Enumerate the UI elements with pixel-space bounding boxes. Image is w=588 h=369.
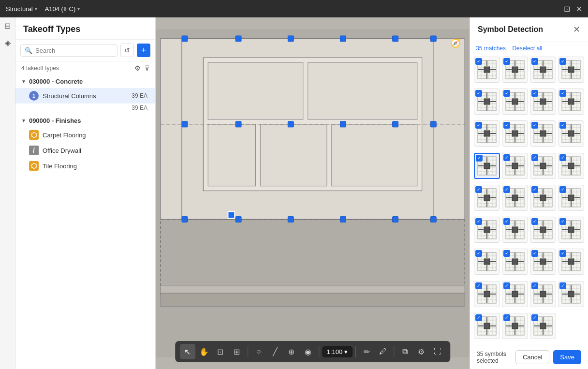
item-carpet-flooring[interactable]: ⬡ Carpet Flooring [15, 127, 155, 143]
symbol-check-10: ✓ [503, 122, 510, 129]
symbol-cell-14[interactable]: ✓ [502, 153, 528, 179]
symbol-cell-9[interactable]: ✓ [474, 120, 500, 147]
item-office-drywall[interactable]: / Office Drywall [15, 143, 155, 158]
symbol-cell-1[interactable]: ✓ [474, 57, 500, 83]
svg-rect-463 [484, 291, 490, 297]
symbol-cell-6[interactable]: ✓ [502, 89, 528, 115]
symbol-cell-35[interactable]: ✓ [530, 313, 556, 339]
filter-icon[interactable]: ⊽ [145, 64, 149, 72]
shapes-icon[interactable]: ◈ [5, 38, 11, 47]
svg-rect-73 [540, 67, 546, 73]
add-button[interactable]: + [137, 44, 150, 57]
deselect-all-link[interactable]: Deselect all [512, 45, 542, 52]
svg-rect-343 [484, 227, 490, 233]
highlight-tool[interactable]: 🖊 [375, 344, 391, 359]
symbol-check-30: ✓ [503, 282, 510, 289]
pen-tool[interactable]: ✏ [359, 344, 374, 359]
symbol-check-26: ✓ [503, 250, 510, 257]
symbol-check-4: ✓ [559, 58, 566, 65]
symbol-cell-2[interactable]: ✓ [502, 57, 528, 83]
symbol-cell-3[interactable]: ✓ [530, 57, 556, 83]
ruler-tool[interactable]: ╱ [267, 344, 283, 359]
filter-settings-icon[interactable]: ⚙ [134, 64, 141, 72]
svg-rect-10 [182, 36, 188, 42]
symbol-cell-31[interactable]: ✓ [530, 281, 556, 307]
symbol-cell-15[interactable]: ✓ [530, 153, 556, 179]
symbol-cell-29[interactable]: ✓ [474, 281, 500, 307]
symbol-cell-32[interactable]: ✓ [558, 281, 584, 307]
symbol-cell-5[interactable]: ✓ [474, 89, 500, 115]
search-input[interactable] [35, 47, 113, 54]
settings-tool[interactable]: ⚙ [413, 344, 429, 359]
icon-bar: ⊟ ◈ [0, 17, 15, 369]
symbol-cell-4[interactable]: ✓ [558, 57, 584, 83]
symbol-cell-22[interactable]: ✓ [502, 217, 528, 243]
svg-rect-223 [484, 163, 490, 169]
category-finishes[interactable]: ▼ 090000 - Finishes [15, 114, 155, 127]
hand-tool[interactable]: ✋ [196, 344, 212, 359]
rp-close-icon[interactable]: ✕ [573, 24, 580, 35]
symbol-cell-34[interactable]: ✓ [502, 313, 528, 339]
symbol-cell-33[interactable]: ✓ [474, 313, 500, 339]
symbol-cell-26[interactable]: ✓ [502, 249, 528, 275]
symbols-selected-count: 35 symbols selected [477, 351, 515, 364]
item-tile-flooring[interactable]: ⬡ Tile Flooring [15, 158, 155, 174]
symbol-cell-30[interactable]: ✓ [502, 281, 528, 307]
symbol-cell-7[interactable]: ✓ [530, 89, 556, 115]
symbol-cell-17[interactable]: ✓ [474, 185, 500, 211]
close-topbar-icon[interactable]: ✕ [576, 4, 582, 14]
symbol-cell-12[interactable]: ✓ [558, 120, 584, 147]
structural-dropdown[interactable]: Structural ▾ [6, 5, 37, 13]
item-structural-columns[interactable]: 1 Structural Columns 39 EA [15, 88, 155, 103]
svg-rect-148 [568, 99, 574, 104]
symbol-cell-28[interactable]: ✓ [558, 249, 584, 275]
toolbar-divider-4 [394, 346, 394, 357]
zoom-rect-tool[interactable]: ⊞ [229, 344, 245, 359]
symbol-cell-16[interactable]: ✓ [558, 153, 584, 179]
layers-icon[interactable]: ⊟ [4, 21, 11, 30]
right-panel: Symbol Detection ✕ 35 matches Deselect a… [470, 17, 588, 369]
svg-rect-15 [430, 36, 436, 42]
blob-tool[interactable]: ◉ [300, 344, 316, 359]
symbol-cell-25[interactable]: ✓ [474, 249, 500, 275]
top-bar: Structural ▾ A104 (IFC) ▾ ⊡ ✕ [0, 0, 588, 17]
svg-rect-508 [568, 291, 574, 297]
circle-measure-tool[interactable]: ○ [251, 344, 266, 359]
symbol-cell-20[interactable]: ✓ [558, 185, 584, 211]
zoom-fit-tool[interactable]: ⊡ [213, 344, 228, 359]
svg-rect-523 [484, 323, 490, 329]
symbol-cell-24[interactable]: ✓ [558, 217, 584, 243]
symbol-check-22: ✓ [503, 218, 510, 225]
fullscreen-tool[interactable]: ⛶ [430, 344, 445, 359]
svg-rect-31 [161, 293, 465, 307]
canvas-area[interactable]: 🧭 ↖ ✋ ⊡ ⊞ ○ ╱ ⊕ ◉ 1:100 ▾ ✏ 🖊 ⧉ ⚙ ⛶ [156, 17, 470, 369]
symbol-check-21: ✓ [475, 218, 482, 225]
refresh-button[interactable]: ↺ [120, 44, 134, 57]
symbol-cell-18[interactable]: ✓ [502, 185, 528, 211]
sheet-dropdown[interactable]: A104 (IFC) ▾ [45, 5, 80, 13]
symbol-cell-13[interactable]: ✓ [474, 153, 500, 179]
save-button[interactable]: Save [553, 350, 581, 364]
copy-tool[interactable]: ⧉ [397, 344, 412, 359]
scale-display[interactable]: 1:100 ▾ [322, 346, 353, 357]
symbol-cell-10[interactable]: ✓ [502, 120, 528, 147]
symbol-check-31: ✓ [531, 282, 538, 289]
svg-rect-8 [260, 124, 327, 186]
target-tool[interactable]: ⊕ [284, 344, 299, 359]
structural-chevron: ▾ [35, 6, 37, 12]
symbol-check-24: ✓ [559, 218, 566, 225]
symbol-cell-23[interactable]: ✓ [530, 217, 556, 243]
bottom-toolbar: ↖ ✋ ⊡ ⊞ ○ ╱ ⊕ ◉ 1:100 ▾ ✏ 🖊 ⧉ ⚙ ⛶ [175, 341, 451, 362]
cancel-button[interactable]: Cancel [515, 350, 549, 364]
symbol-cell-19[interactable]: ✓ [530, 185, 556, 211]
category-concrete[interactable]: ▼ 030000 - Concrete [15, 75, 155, 88]
symbol-cell-21[interactable]: ✓ [474, 217, 500, 243]
symbol-cell-8[interactable]: ✓ [558, 89, 584, 115]
monitor-icon[interactable]: ⊡ [564, 4, 570, 14]
symbol-cell-11[interactable]: ✓ [530, 120, 556, 147]
left-panel-title: Takeoff Types [23, 24, 147, 34]
cursor-tool[interactable]: ↖ [180, 344, 195, 359]
takeoff-count: 4 takeoff types [21, 65, 59, 72]
symbol-cell-27[interactable]: ✓ [530, 249, 556, 275]
carpet-icon: ⬡ [29, 130, 39, 140]
